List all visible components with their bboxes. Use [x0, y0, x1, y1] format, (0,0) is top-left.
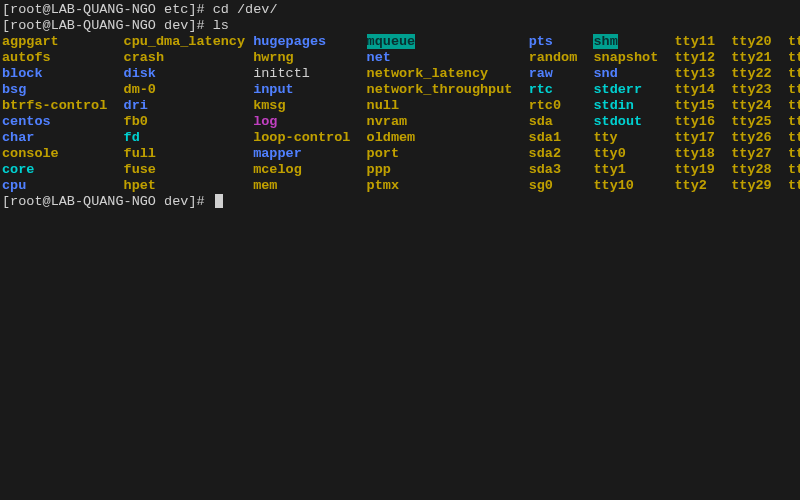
command-1: cd /dev/: [213, 2, 278, 18]
file-entry: btrfs-control: [2, 98, 107, 113]
file-entry: tt: [788, 114, 800, 129]
listing-cell: disk: [124, 66, 254, 82]
file-entry: net: [367, 50, 391, 65]
listing-cell: tty17: [674, 130, 731, 146]
listing-cell: nvram: [367, 114, 529, 130]
listing-cell: mem: [253, 178, 366, 194]
file-entry: hwrng: [253, 50, 294, 65]
file-entry: tty18: [674, 146, 715, 161]
file-entry: kmsg: [253, 98, 285, 113]
file-entry: tty27: [731, 146, 772, 161]
file-entry: sda1: [529, 130, 561, 145]
file-entry: tt: [788, 178, 800, 193]
listing-cell: cpu: [2, 178, 124, 194]
listing-cell: hpet: [124, 178, 254, 194]
cursor-icon: [215, 194, 223, 208]
prompt-line-3[interactable]: [root@LAB-QUANG-NGO dev]#: [2, 194, 798, 210]
listing-cell: tty28: [731, 162, 788, 178]
file-entry: dri: [124, 98, 148, 113]
listing-cell: hwrng: [253, 50, 366, 66]
file-entry: mcelog: [253, 162, 302, 177]
prompt-1: [root@LAB-QUANG-NGO etc]#: [2, 2, 213, 18]
prompt-3: [root@LAB-QUANG-NGO dev]#: [2, 194, 213, 210]
file-entry: tty16: [675, 114, 716, 129]
prompt-2: [root@LAB-QUANG-NGO dev]#: [2, 18, 213, 34]
file-entry: hpet: [124, 178, 156, 193]
listing-row: char fd loop-control oldmem sda1 tty tty…: [2, 130, 798, 146]
listing-cell: network_latency: [367, 66, 529, 82]
listing-cell: tt: [788, 114, 800, 130]
listing-cell: null: [367, 98, 529, 114]
listing-cell: network_throughput: [367, 82, 529, 98]
file-entry: tty28: [731, 162, 772, 177]
listing-cell: net: [367, 50, 529, 66]
file-entry: fd: [124, 130, 140, 145]
listing-cell: centos: [2, 114, 124, 130]
file-entry: tt: [788, 146, 800, 161]
file-entry: pts: [529, 34, 553, 49]
listing-cell: bsg: [2, 82, 124, 98]
file-entry: stdin: [593, 98, 634, 113]
file-entry: ptmx: [367, 178, 399, 193]
file-entry: null: [367, 98, 399, 113]
listing-cell: dri: [124, 98, 254, 114]
file-entry: fuse: [124, 162, 156, 177]
listing-cell: tt: [788, 178, 800, 194]
listing-cell: tty19: [674, 162, 731, 178]
listing-cell: tty10: [593, 178, 674, 194]
file-entry: tt: [788, 82, 800, 97]
listing-cell: tty29: [731, 178, 788, 194]
file-entry: mapper: [253, 146, 302, 161]
file-entry: tt: [788, 34, 800, 49]
file-entry: tty11: [675, 34, 716, 49]
listing-cell: tty2: [674, 178, 731, 194]
file-entry: log: [253, 114, 277, 129]
listing-row: cpu hpet mem ptmx sg0 tty10 tty2 tty29 t…: [2, 178, 798, 194]
file-entry: tty20: [731, 34, 772, 49]
file-entry: loop-control: [253, 130, 350, 145]
file-entry: bsg: [2, 82, 26, 97]
file-entry: char: [2, 130, 34, 145]
listing-cell: sda3: [529, 162, 594, 178]
file-entry: nvram: [367, 114, 408, 129]
file-entry: hugepages: [253, 34, 326, 49]
listing-cell: tt: [788, 98, 800, 114]
listing-cell: hugepages: [253, 34, 366, 50]
file-entry: autofs: [2, 50, 51, 65]
file-entry: stdout: [593, 114, 642, 129]
listing-cell: ppp: [367, 162, 529, 178]
file-entry: tt: [788, 98, 800, 113]
file-entry: sda2: [529, 146, 561, 161]
file-entry: tty24: [731, 98, 772, 113]
listing-cell: log: [253, 114, 366, 130]
file-entry: random: [529, 50, 578, 65]
listing-cell: stderr: [593, 82, 674, 98]
file-entry: network_throughput: [367, 82, 513, 97]
listing-cell: tt: [788, 146, 800, 162]
file-entry: full: [124, 146, 156, 161]
listing-cell: ptmx: [367, 178, 529, 194]
listing-cell: cpu_dma_latency: [124, 34, 254, 50]
listing-cell: core: [2, 162, 124, 178]
listing-cell: tt: [788, 50, 800, 66]
listing-cell: mcelog: [253, 162, 366, 178]
listing-cell: fd: [124, 130, 254, 146]
listing-cell: tty27: [731, 146, 788, 162]
listing-cell: btrfs-control: [2, 98, 124, 114]
listing-cell: tt: [788, 66, 800, 82]
listing-cell: tt: [788, 34, 800, 50]
file-entry: tty17: [674, 130, 715, 145]
file-entry: tty1: [593, 162, 625, 177]
listing-cell: tty1: [593, 162, 674, 178]
listing-cell: sda1: [529, 130, 594, 146]
listing-cell: autofs: [2, 50, 124, 66]
file-entry: tty13: [675, 66, 716, 81]
file-entry: centos: [2, 114, 51, 129]
listing-cell: tty0: [593, 146, 674, 162]
command-2: ls: [213, 18, 229, 34]
listing-cell: tty15: [674, 98, 731, 114]
listing-cell: tt: [788, 82, 800, 98]
file-entry: rtc: [529, 82, 553, 97]
file-entry: tty15: [674, 98, 715, 113]
listing-cell: tty: [593, 130, 674, 146]
